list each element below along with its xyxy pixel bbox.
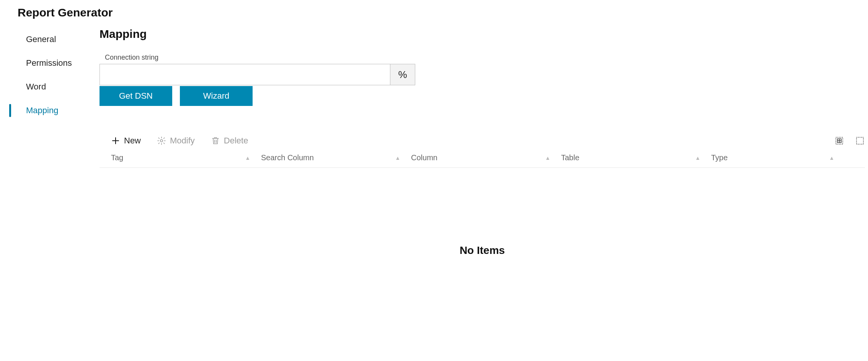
sidebar: General Permissions Word Mapping [0,28,100,257]
sort-asc-icon: ▲ [829,155,834,161]
connection-string-input[interactable] [100,64,390,85]
sidebar-item-permissions[interactable]: Permissions [9,51,100,75]
sidebar-item-word[interactable]: Word [9,75,100,99]
sort-asc-icon: ▲ [395,155,400,161]
column-header-label: Table [561,153,579,162]
connection-string-label: Connection string [100,54,865,62]
svg-point-0 [160,140,163,142]
modify-button[interactable]: Modify [157,136,195,146]
percent-button[interactable]: % [390,64,415,85]
table-toolbar: New Modify Delete [100,136,865,146]
sort-asc-icon: ▲ [245,155,250,161]
section-title: Mapping [100,28,865,41]
new-button[interactable]: New [111,136,141,146]
page-title: Report Generator [0,0,868,19]
expand-view-icon[interactable] [855,136,865,146]
empty-state: No Items [100,168,865,257]
grid-view-icon[interactable] [834,136,844,146]
sidebar-item-label: Word [26,82,46,91]
modify-label: Modify [170,136,195,146]
svg-rect-5 [857,137,863,144]
sidebar-item-general[interactable]: General [9,28,100,51]
plus-icon [111,136,120,145]
main-content: Mapping Connection string % Get DSN Wiza… [100,28,868,257]
column-header-table[interactable]: Table ▲ [561,153,711,162]
delete-label: Delete [224,136,248,146]
new-label: New [124,136,141,146]
wizard-button[interactable]: Wizard [180,86,253,106]
sidebar-item-label: General [26,34,56,44]
sidebar-item-mapping[interactable]: Mapping [9,99,100,122]
column-header-type[interactable]: Type ▲ [711,153,845,162]
sort-asc-icon: ▲ [545,155,550,161]
column-header-tag[interactable]: Tag ▲ [111,153,261,162]
sort-asc-icon: ▲ [695,155,700,161]
delete-button[interactable]: Delete [211,136,248,146]
column-header-column[interactable]: Column ▲ [411,153,561,162]
trash-icon [211,136,220,145]
column-header-label: Column [411,153,437,162]
column-header-label: Tag [111,153,123,162]
gear-icon [157,136,166,145]
table-header: Tag ▲ Search Column ▲ Column ▲ Table ▲ T… [100,146,865,168]
sidebar-item-label: Mapping [26,106,58,115]
sidebar-item-label: Permissions [26,58,72,68]
column-header-label: Search Column [261,153,314,162]
column-header-label: Type [711,153,728,162]
column-header-search-column[interactable]: Search Column ▲ [261,153,411,162]
get-dsn-button[interactable]: Get DSN [100,86,172,106]
